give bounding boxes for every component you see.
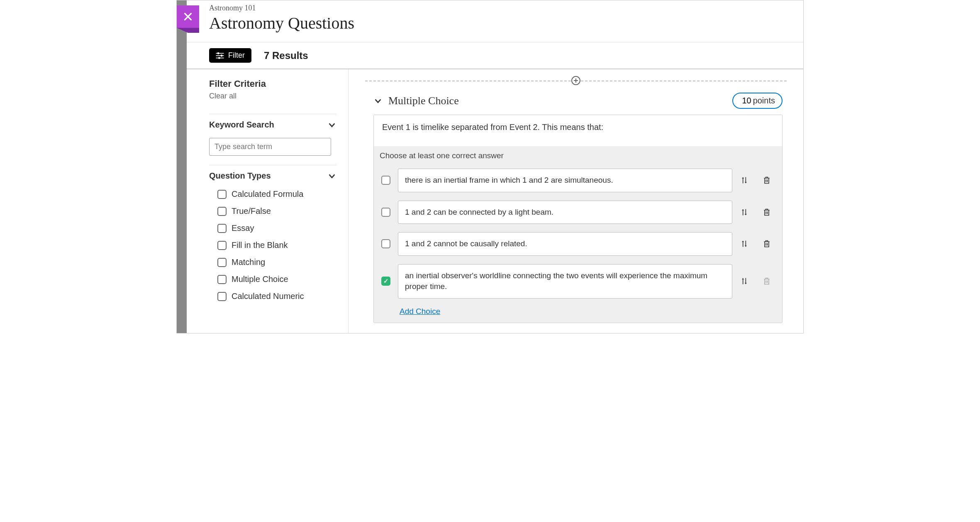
points-label: points — [753, 96, 775, 105]
question-type-option[interactable]: Matching — [209, 254, 336, 271]
svg-rect-2 — [216, 55, 224, 56]
answer-row: there is an inertial frame in which 1 an… — [374, 164, 782, 196]
checkbox[interactable] — [217, 241, 227, 250]
points-field[interactable]: points — [732, 93, 783, 109]
clear-all-link[interactable]: Clear all — [209, 92, 236, 100]
collapse-question-toggle[interactable] — [373, 96, 383, 105]
svg-point-5 — [218, 57, 220, 59]
answer-text-input[interactable]: 1 and 2 can be connected by a light beam… — [398, 201, 732, 224]
answer-actions — [740, 277, 775, 286]
svg-point-1 — [217, 52, 219, 54]
question-type-option[interactable]: Fill in the Blank — [209, 237, 336, 254]
question-type-label: Matching — [232, 257, 265, 267]
divider — [209, 114, 336, 114]
question-type-option[interactable]: Calculated Numeric — [209, 288, 336, 305]
sliders-icon — [216, 52, 224, 59]
question-block: Multiple Choice points Event 1 is timeli… — [373, 93, 783, 323]
chevron-down-icon — [327, 172, 336, 181]
answer-actions — [740, 239, 775, 248]
reorder-icon[interactable] — [740, 176, 749, 185]
keyword-search-heading: Keyword Search — [209, 120, 274, 130]
correct-answer-checkbox[interactable] — [381, 277, 390, 286]
question-type-label: Fill in the Blank — [232, 240, 288, 250]
results-count: 7 Results — [264, 50, 308, 61]
question-type-option[interactable]: Essay — [209, 220, 336, 237]
filter-button-label: Filter — [228, 51, 245, 60]
filter-sidebar: Filter Criteria Clear all Keyword Search… — [187, 69, 349, 333]
keyword-search-section-toggle[interactable]: Keyword Search — [209, 120, 336, 130]
answer-text-input[interactable]: there is an inertial frame in which 1 an… — [398, 169, 732, 192]
question-type-option[interactable]: True/False — [209, 203, 336, 220]
question-type-label: True/False — [232, 206, 271, 216]
svg-rect-0 — [216, 53, 224, 54]
checkbox[interactable] — [217, 190, 227, 199]
checkbox[interactable] — [217, 258, 227, 267]
question-type-option[interactable]: Multiple Choice — [209, 271, 336, 288]
question-card: Event 1 is timelike separated from Event… — [373, 115, 783, 323]
filter-button[interactable]: Filter — [209, 48, 251, 63]
correct-answer-checkbox[interactable] — [381, 208, 390, 217]
answer-row: an inertial observer's worldline connect… — [374, 260, 782, 303]
points-input[interactable] — [740, 96, 751, 105]
question-type-option[interactable]: Calculated Formula — [209, 186, 336, 203]
filter-criteria-title: Filter Criteria — [209, 78, 336, 89]
delete-answer-button[interactable] — [762, 239, 771, 248]
insert-divider — [357, 74, 795, 87]
checkbox[interactable] — [217, 292, 227, 301]
correct-answer-checkbox[interactable] — [381, 176, 390, 185]
question-type-label: Calculated Formula — [232, 189, 303, 199]
answers-instruction: Choose at least one correct answer — [374, 150, 782, 164]
toolbar: Filter 7 Results — [187, 42, 803, 69]
question-type-label: Multiple Choice — [232, 274, 288, 284]
page-title: Astronomy Questions — [209, 13, 803, 33]
reorder-icon[interactable] — [740, 277, 749, 286]
answer-text-input[interactable]: an inertial observer's worldline connect… — [398, 264, 732, 299]
answer-actions — [740, 208, 775, 217]
correct-answer-checkbox[interactable] — [381, 239, 390, 248]
close-icon — [183, 11, 193, 22]
checkbox[interactable] — [217, 207, 227, 216]
question-type-label: Multiple Choice — [388, 95, 459, 107]
page-header: Astronomy 101 Astronomy Questions — [187, 0, 803, 42]
keyword-search-input[interactable] — [209, 138, 331, 156]
answer-text-input[interactable]: 1 and 2 cannot be causally related. — [398, 232, 732, 256]
question-editor-panel: Multiple Choice points Event 1 is timeli… — [349, 69, 803, 333]
question-type-label: Essay — [232, 223, 254, 233]
question-type-label: Calculated Numeric — [232, 292, 304, 301]
delete-answer-button — [762, 277, 771, 286]
reorder-icon[interactable] — [740, 239, 749, 248]
delete-answer-button[interactable] — [762, 176, 771, 185]
answer-row: 1 and 2 cannot be causally related. — [374, 228, 782, 260]
question-types-heading: Question Types — [209, 171, 271, 181]
reorder-icon[interactable] — [740, 208, 749, 217]
question-types-section-toggle[interactable]: Question Types — [209, 171, 336, 181]
divider — [209, 165, 336, 165]
course-name: Astronomy 101 — [209, 4, 803, 12]
chevron-down-icon — [327, 120, 336, 130]
checkbox[interactable] — [217, 224, 227, 233]
left-gutter — [177, 0, 187, 333]
answer-row: 1 and 2 can be connected by a light beam… — [374, 196, 782, 228]
svg-point-3 — [221, 54, 223, 56]
question-text[interactable]: Event 1 is timelike separated from Event… — [374, 115, 782, 146]
delete-answer-button[interactable] — [762, 208, 771, 217]
checkbox[interactable] — [217, 275, 227, 284]
insert-question-button[interactable] — [571, 76, 580, 85]
add-choice-link[interactable]: Add Choice — [374, 303, 440, 316]
close-panel-button[interactable] — [177, 5, 199, 28]
answer-actions — [740, 176, 775, 185]
